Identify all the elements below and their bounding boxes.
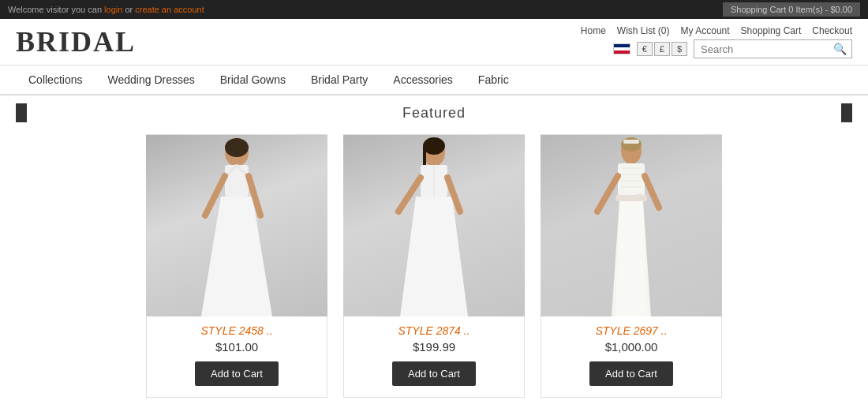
dress-figure-3 — [572, 137, 690, 316]
product-image-3 — [541, 135, 722, 316]
welcome-message: Welcome visitor you can login or create … — [8, 5, 204, 14]
product-image-1 — [146, 135, 327, 316]
search-box: 🔍 — [694, 39, 852, 58]
header: BRIDAL Home Wish List (0) My Account Sho… — [0, 19, 868, 66]
svg-line-29 — [645, 176, 659, 208]
add-to-cart-3[interactable]: Add to Cart — [589, 361, 673, 386]
svg-line-28 — [597, 176, 618, 211]
featured-bar-left — [16, 103, 27, 122]
home-link[interactable]: Home — [581, 25, 606, 36]
svg-marker-13 — [400, 197, 468, 316]
svg-rect-10 — [423, 146, 426, 168]
add-to-cart-1[interactable]: Add to Cart — [195, 361, 279, 386]
currency-pound[interactable]: £ — [654, 42, 670, 56]
shopping-cart-link[interactable]: Shopping Cart — [741, 25, 802, 36]
my-account-link[interactable]: My Account — [681, 25, 730, 36]
checkout-link[interactable]: Checkout — [812, 25, 852, 36]
product-image-2 — [343, 135, 525, 316]
nav-bridal-gowns[interactable]: Bridal Gowns — [208, 66, 298, 94]
currency-dollar[interactable]: $ — [672, 42, 687, 56]
nav-accessories[interactable]: Accessories — [380, 66, 465, 94]
product-card-1: STYLE 2458 .. $101.00 Add to Cart — [146, 134, 327, 398]
nav-collections[interactable]: Collections — [16, 66, 95, 94]
product-price-2: $199.99 — [413, 340, 455, 354]
products-grid: STYLE 2458 .. $101.00 Add to Cart — [16, 134, 852, 398]
wishlist-link[interactable]: Wish List (0) — [617, 25, 670, 36]
svg-rect-18 — [623, 140, 639, 144]
nav-wedding-dresses[interactable]: Wedding Dresses — [95, 66, 207, 94]
product-card-3: STYLE 2697 .. $1,000.00 Add to Cart — [541, 134, 722, 398]
featured-bar-right — [841, 103, 852, 122]
product-card-2: STYLE 2874 .. $199.99 Add to Cart — [343, 134, 525, 398]
cart-button[interactable]: Shopping Cart 0 Item(s) - $0.00 — [723, 2, 860, 17]
svg-point-9 — [423, 137, 445, 155]
top-bar: Welcome visitor you can login or create … — [0, 0, 868, 19]
svg-rect-2 — [225, 165, 249, 197]
dress-figure-2 — [375, 137, 493, 316]
svg-point-17 — [621, 137, 642, 152]
svg-marker-27 — [615, 201, 647, 316]
nav-bridal-party[interactable]: Bridal Party — [298, 66, 380, 94]
search-input[interactable] — [694, 41, 829, 58]
currency-selector: € £ $ — [637, 42, 687, 56]
logo: BRIDAL — [16, 25, 136, 58]
flag-icon — [613, 43, 630, 54]
welcome-text: Welcome visitor you can — [8, 5, 104, 14]
dress-figure-1 — [178, 137, 296, 316]
product-price-3: $1,000.00 — [605, 340, 658, 354]
header-nav: Home Wish List (0) My Account Shopping C… — [581, 25, 852, 36]
product-style-3: STYLE 2697 .. — [595, 324, 667, 337]
svg-point-1 — [225, 138, 249, 157]
featured-header: Featured — [16, 103, 852, 122]
product-style-1: STYLE 2458 .. — [200, 324, 272, 337]
create-account-link[interactable]: create an account — [135, 5, 204, 14]
product-style-2: STYLE 2874 .. — [398, 324, 470, 337]
login-link[interactable]: login — [104, 5, 122, 14]
add-to-cart-2[interactable]: Add to Cart — [392, 361, 476, 386]
featured-title: Featured — [27, 105, 841, 122]
search-button[interactable]: 🔍 — [829, 40, 851, 58]
svg-point-25 — [633, 194, 645, 202]
nav-fabric[interactable]: Fabric — [466, 66, 522, 94]
or-text: or — [125, 5, 135, 14]
currency-euro[interactable]: € — [637, 42, 653, 56]
featured-section: Featured — [0, 95, 868, 408]
header-right: Home Wish List (0) My Account Shopping C… — [581, 25, 852, 58]
nav-bar: Collections Wedding Dresses Bridal Gowns… — [0, 66, 868, 95]
header-controls: € £ $ 🔍 — [613, 39, 852, 58]
product-price-1: $101.00 — [215, 340, 258, 354]
